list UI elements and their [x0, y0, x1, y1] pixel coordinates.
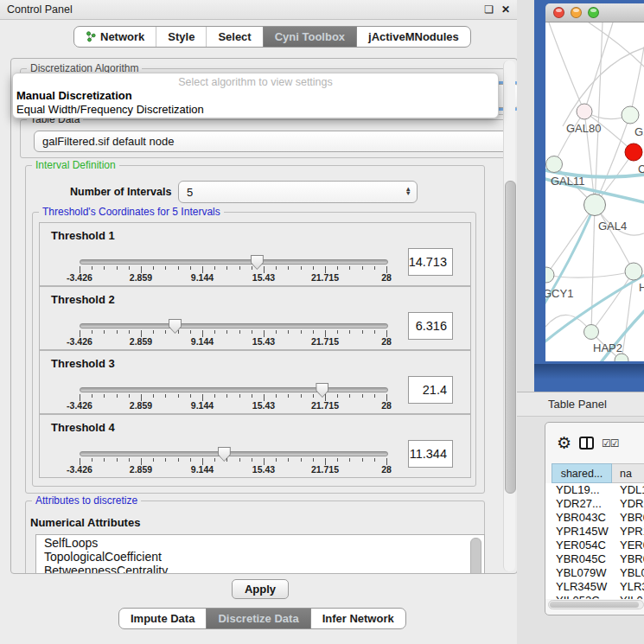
tick-label: 2.859 [130, 464, 152, 475]
table-row[interactable]: YBR045CYBR0 [545, 552, 644, 566]
table-row[interactable]: YPR145WYPR1 [545, 525, 644, 539]
cell-name: YBR0 [609, 511, 644, 525]
network-node-label-gal11: GAL11 [551, 175, 585, 188]
table-row[interactable]: YBL079WYBL0 [545, 566, 644, 580]
tick-mark [226, 394, 227, 398]
threshold-slider-handle[interactable] [316, 382, 328, 398]
tick-mark [313, 330, 314, 334]
threshold-slider-handle[interactable] [169, 318, 182, 334]
close-icon[interactable]: ✕ [501, 3, 510, 16]
table-hscrollbar-track[interactable] [548, 600, 644, 609]
numerical-attributes-list[interactable]: SelfLoopsTopologicalCoefficientBetweenne… [35, 534, 485, 574]
cell-name: YDR2 [609, 497, 644, 511]
threshold-label: Threshold 4 [51, 421, 115, 434]
network-node-gal80[interactable] [577, 104, 592, 119]
network-node-h-partial[interactable] [625, 263, 642, 280]
tick-label: 28 [381, 272, 392, 283]
table-row[interactable]: YIL052CYIL0 [545, 594, 644, 599]
threshold-slider-track[interactable] [80, 451, 388, 456]
tab-cyni-toolbox[interactable]: Cyni Toolbox [263, 27, 356, 47]
threshold-label: Threshold 2 [51, 293, 115, 306]
tick-mark [178, 266, 179, 270]
column-header-name[interactable]: na [612, 463, 644, 483]
tick-label: 28 [381, 400, 392, 411]
table-row[interactable]: YBR043CYBR0 [545, 511, 644, 525]
app-root: Control Panel ❏ ✕ NetworkStyleSelectCyni… [0, 0, 644, 644]
cell-name: YBL0 [609, 566, 644, 580]
num-intervals-combobox[interactable]: 5 ▲▼ [178, 181, 418, 203]
threshold-slider-track[interactable] [80, 387, 388, 392]
attribute-list-item[interactable]: SelfLoops [36, 537, 484, 551]
dropdown-option-equal-width-frequency[interactable]: Equal Width/Frequency Discretization [13, 103, 498, 117]
tick-mark [165, 394, 166, 398]
select-columns-checkboxes-icon[interactable]: ☑☑ [602, 437, 619, 450]
bottom-tab-infer-network[interactable]: Infer Network [310, 609, 405, 628]
threshold-value-field[interactable]: 21.4 [408, 376, 453, 404]
float-window-icon[interactable]: ❏ [484, 3, 494, 16]
table-row[interactable]: YDL19...YDL1 [545, 483, 644, 497]
threshold-slider-track[interactable] [80, 259, 388, 265]
dropdown-option-manual-discretization[interactable]: Manual Discretization [13, 89, 498, 103]
cell-name: YPR1 [609, 525, 644, 539]
tick-label: 9.144 [191, 400, 214, 411]
tick-label: 15.43 [252, 400, 275, 411]
network-canvas[interactable]: GAL80G.CGAL11GAL4GCY1HHAP2 [545, 22, 644, 361]
network-node-bottom-node[interactable] [615, 354, 628, 361]
threshold-slider-track[interactable] [80, 323, 388, 328]
network-node-red-node[interactable] [625, 143, 642, 161]
table-data-combobox[interactable]: galFiltered.sif default node ▲▼ [34, 131, 515, 152]
network-node-label-gcy1: GCY1 [545, 287, 573, 300]
panel-scrollbar-track[interactable] [503, 61, 515, 571]
cell-name: YLR3 [609, 580, 644, 594]
threshold-slider-handle[interactable] [218, 446, 231, 462]
tab-style[interactable]: Style [156, 27, 206, 47]
tick-mark [313, 458, 314, 462]
tab-select[interactable]: Select [206, 27, 262, 47]
network-node-gal4[interactable] [584, 194, 606, 216]
tick-mark [153, 394, 154, 398]
spinner-icon: ▲▼ [400, 188, 411, 195]
tick-label: 2.859 [130, 336, 152, 347]
attribute-list-item[interactable]: BetweennessCentrality [36, 564, 484, 574]
cell-name: YIL0 [609, 594, 644, 599]
apply-button[interactable]: Apply [232, 579, 289, 599]
gear-icon[interactable]: ⚙ [557, 435, 571, 451]
bottom-tab-discretize-data[interactable]: Discretize Data [206, 609, 309, 628]
cell-name: YBR0 [609, 552, 644, 566]
window-buttons: ❏ ✕ [484, 3, 517, 16]
network-node-hap2[interactable] [584, 325, 599, 340]
cell-shared-name: YIL052C [545, 594, 609, 599]
table-row[interactable]: YDR27...YDR2 [545, 497, 644, 511]
tab-network[interactable]: Network [74, 27, 156, 47]
network-edge [595, 205, 634, 271]
tick-label: 9.144 [191, 336, 214, 347]
threshold-value-field[interactable]: 6.316 [408, 312, 453, 340]
list-scrollbar-thumb[interactable] [470, 538, 481, 574]
table-row[interactable]: YLR345WYLR3 [545, 580, 644, 594]
table-hscrollbar-thumb[interactable] [550, 602, 639, 608]
threshold-value-field[interactable]: 14.713 [408, 248, 453, 276]
network-node-gcy1[interactable] [545, 267, 554, 283]
tab-label: Cyni Toolbox [275, 30, 345, 43]
columns-icon[interactable] [579, 437, 594, 450]
tick-mark [165, 266, 166, 270]
close-traffic-light[interactable] [553, 7, 564, 18]
network-node-g-partial[interactable] [622, 106, 639, 124]
tab-jactivemnodules[interactable]: jActiveMNodules [356, 27, 470, 47]
column-header-shared-name[interactable]: shared... [552, 463, 612, 483]
zoom-traffic-light[interactable] [588, 7, 599, 18]
tick-mark [276, 330, 277, 334]
network-node-gal11[interactable] [546, 156, 563, 173]
table-row[interactable]: YER054CYER0 [545, 539, 644, 552]
tick-mark [288, 458, 289, 462]
tick-mark [374, 330, 375, 334]
threshold-slider-handle[interactable] [251, 254, 264, 270]
threshold-value-field[interactable]: 11.344 [408, 440, 453, 468]
cell-name: YDL1 [609, 483, 644, 497]
panel-scrollbar-thumb[interactable] [505, 181, 516, 494]
bottom-tab-impute-data[interactable]: Impute Data [119, 609, 206, 628]
threshold-label: Threshold 1 [51, 229, 115, 242]
minimize-traffic-light[interactable] [571, 7, 582, 18]
attribute-list-item[interactable]: TopologicalCoefficient [36, 551, 484, 564]
table-toolbar: ⚙ ☑☑ [545, 423, 644, 463]
